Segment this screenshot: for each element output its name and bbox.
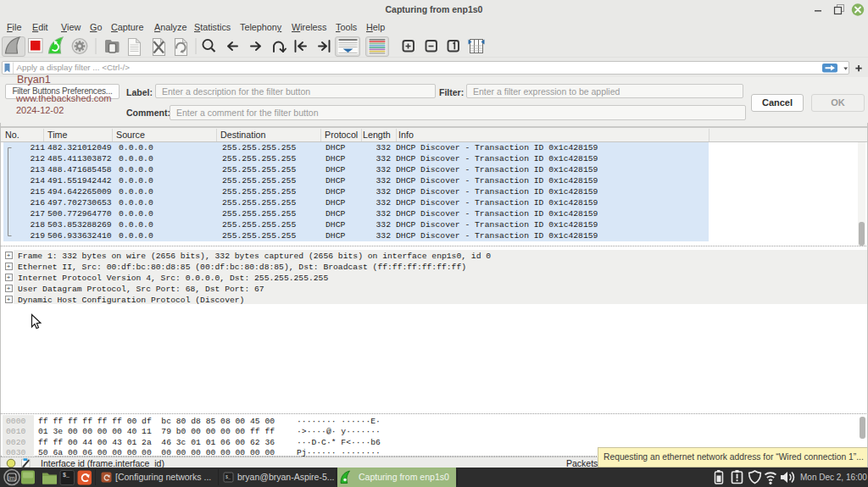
svg-text:lm: lm [8,475,15,481]
svg-text:$_: $_ [63,473,70,479]
svg-text:$_: $_ [225,475,231,480]
